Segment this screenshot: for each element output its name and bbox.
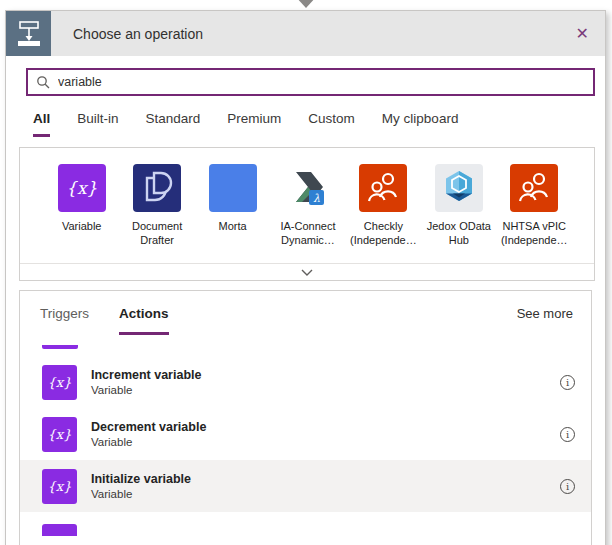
morta-icon (209, 164, 257, 212)
operation-subtitle: Variable (91, 436, 206, 448)
connector-label: NHTSA vPIC (Independe… (497, 219, 572, 249)
operation-title: Increment variable (91, 368, 201, 382)
ia-connect-icon: λ (284, 164, 332, 212)
see-more-link[interactable]: See more (517, 306, 573, 321)
variable-icon: {x} (42, 365, 77, 400)
choose-operation-screen: Choose an operation ✕ All Built-in Stand… (0, 0, 612, 545)
connector-label: Checkly (Independe… (346, 219, 421, 249)
tab-triggers[interactable]: Triggers (40, 306, 89, 332)
connector-variable[interactable]: {x} Variable (44, 164, 119, 249)
variable-glyph: {x} (48, 375, 72, 390)
connector-results-panel: {x} Variable Document Drafter Mo (19, 147, 595, 281)
operation-increment-variable[interactable]: {x} Increment variable Variable i (20, 356, 591, 408)
dialog-header: Choose an operation ✕ (6, 11, 605, 56)
variable-glyph: {x} (48, 427, 72, 442)
variable-glyph: {x} (48, 479, 72, 494)
flow-connector-arrow-icon (295, 0, 317, 8)
connector-ia-connect-dynamic[interactable]: λ IA-Connect Dynamic… (270, 164, 345, 249)
connector-row: {x} Variable Document Drafter Mo (20, 148, 594, 253)
category-tabs: All Built-in Standard Premium Custom My … (33, 111, 595, 137)
connector-checkly-independent[interactable]: Checkly (Independe… (346, 164, 421, 249)
info-icon[interactable]: i (560, 479, 575, 494)
document-drafter-icon (133, 164, 181, 212)
connector-label: Morta (218, 219, 246, 249)
tab-my-clipboard[interactable]: My clipboard (382, 111, 459, 137)
tab-built-in[interactable]: Built-in (77, 111, 118, 137)
search-icon (36, 75, 50, 89)
variable-icon: {x} (58, 164, 106, 212)
variable-glyph: {x} (66, 178, 97, 198)
partially-visible-operation-icon (42, 524, 77, 536)
tab-all[interactable]: All (33, 111, 50, 137)
independent-publisher-people-icon (359, 164, 407, 212)
search-box (26, 68, 595, 96)
connector-label: Document Drafter (119, 219, 194, 249)
connector-document-drafter[interactable]: Document Drafter (119, 164, 194, 249)
operation-title: Initialize variable (91, 472, 191, 486)
variable-icon: {x} (42, 469, 77, 504)
tab-custom[interactable]: Custom (308, 111, 355, 137)
operations-tabs: Triggers Actions See more (20, 291, 591, 335)
operation-decrement-variable[interactable]: {x} Decrement variable Variable i (20, 408, 591, 460)
operation-subtitle: Variable (91, 488, 191, 500)
connector-label: Variable (62, 219, 102, 249)
info-icon[interactable]: i (560, 427, 575, 442)
search-input[interactable] (58, 75, 585, 89)
chevron-down-icon (301, 269, 313, 276)
flow-step-icon (6, 11, 51, 56)
connector-label: Jedox OData Hub (421, 219, 496, 249)
connector-label: IA-Connect Dynamic… (270, 219, 345, 249)
operations-panel: Triggers Actions See more {x} Increment … (19, 290, 592, 545)
collapse-connectors-control[interactable] (20, 263, 594, 280)
jedox-cube-icon (435, 164, 483, 212)
operation-title: Decrement variable (91, 420, 206, 434)
choose-operation-dialog: Choose an operation ✕ All Built-in Stand… (5, 10, 606, 545)
independent-publisher-people-icon (510, 164, 558, 212)
partially-visible-operation-icon (42, 345, 78, 349)
operation-subtitle: Variable (91, 384, 201, 396)
operations-list: {x} Increment variable Variable i {x} De… (20, 345, 591, 536)
connector-nhtsa-vpic-independent[interactable]: NHTSA vPIC (Independe… (497, 164, 572, 249)
connector-morta[interactable]: Morta (195, 164, 270, 249)
tab-actions[interactable]: Actions (119, 306, 169, 335)
operation-initialize-variable[interactable]: {x} Initialize variable Variable i (20, 460, 591, 512)
info-icon[interactable]: i (560, 375, 575, 390)
close-icon[interactable]: ✕ (576, 26, 589, 42)
variable-icon: {x} (42, 417, 77, 452)
tab-premium[interactable]: Premium (227, 111, 281, 137)
dialog-title: Choose an operation (73, 26, 203, 42)
tab-standard[interactable]: Standard (146, 111, 201, 137)
connector-jedox-odata-hub[interactable]: Jedox OData Hub (421, 164, 496, 249)
svg-text:λ: λ (313, 192, 320, 205)
